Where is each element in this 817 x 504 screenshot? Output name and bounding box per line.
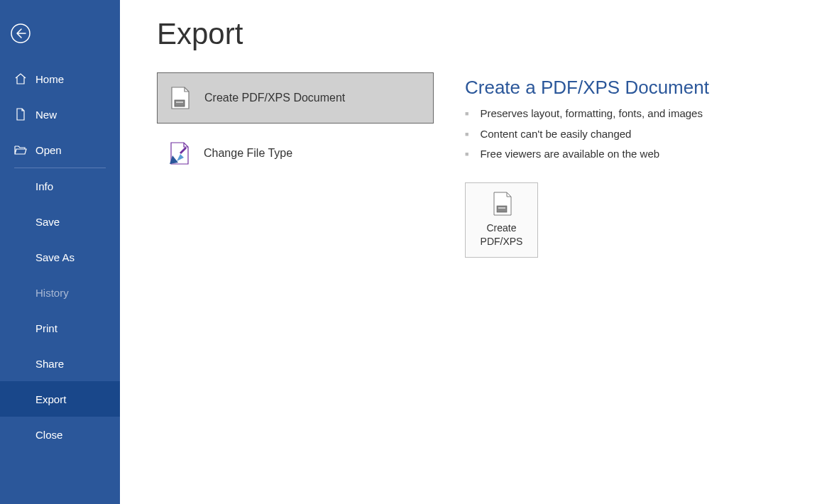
nav-history: History	[0, 275, 120, 310]
change-file-type-icon	[167, 141, 191, 165]
option-create-pdf-xps[interactable]: Create PDF/XPS Document	[157, 72, 434, 124]
nav-home-label: Home	[35, 73, 64, 85]
detail-bullets: Preserves layout, formatting, fonts, and…	[465, 106, 709, 163]
option-change-file-type[interactable]: Change File Type	[157, 128, 434, 179]
back-button[interactable]	[10, 23, 31, 44]
main-panel: Export Create PDF/XPS Document	[120, 0, 817, 504]
nav-home[interactable]: Home	[0, 61, 120, 97]
nav-info-label: Info	[35, 180, 53, 192]
create-pdf-xps-button[interactable]: Create PDF/XPS	[465, 182, 538, 258]
folder-open-icon	[14, 143, 27, 156]
create-pdf-xps-button-label1: Create	[486, 221, 516, 234]
nav-saveas-label: Save As	[35, 251, 75, 263]
nav-history-label: History	[35, 287, 69, 299]
nav-open[interactable]: Open	[0, 132, 120, 168]
option-change-file-type-label: Change File Type	[204, 147, 292, 160]
new-file-icon	[14, 108, 27, 121]
export-detail-column: Create a PDF/XPS Document Preserves layo…	[455, 17, 709, 504]
detail-bullet-2: Content can't be easily changed	[465, 126, 709, 143]
nav-save-label: Save	[35, 216, 60, 228]
nav-export-label: Export	[35, 393, 66, 405]
export-options-column: Export Create PDF/XPS Document	[157, 17, 455, 504]
nav-close[interactable]: Close	[0, 417, 120, 452]
detail-bullet-1: Preserves layout, formatting, fonts, and…	[465, 106, 709, 122]
nav-new[interactable]: New	[0, 97, 120, 132]
nav-share[interactable]: Share	[0, 346, 120, 381]
nav-open-label: Open	[35, 144, 62, 156]
svg-rect-1	[175, 100, 185, 106]
svg-rect-4	[498, 207, 505, 209]
page-title: Export	[157, 17, 455, 51]
backstage-sidebar: Home New Open Info Save Save As History …	[0, 0, 120, 504]
home-icon	[14, 72, 27, 85]
svg-rect-3	[497, 206, 507, 212]
detail-bullet-3: Free viewers are available on the web	[465, 146, 709, 163]
pdf-document-icon	[168, 86, 192, 110]
detail-title: Create a PDF/XPS Document	[465, 77, 709, 99]
create-pdf-xps-button-label2: PDF/XPS	[481, 235, 523, 248]
nav-print[interactable]: Print	[0, 310, 120, 346]
pdf-export-icon	[491, 192, 512, 216]
nav-close-label: Close	[35, 429, 62, 441]
nav-share-label: Share	[35, 358, 64, 370]
nav-save[interactable]: Save	[0, 204, 120, 239]
nav-new-label: New	[35, 109, 57, 121]
nav-info[interactable]: Info	[0, 168, 120, 204]
option-create-pdf-xps-label: Create PDF/XPS Document	[204, 92, 345, 104]
nav-print-label: Print	[35, 322, 57, 334]
back-arrow-icon	[10, 23, 31, 44]
svg-rect-2	[176, 102, 183, 103]
nav-saveas[interactable]: Save As	[0, 239, 120, 275]
nav-export[interactable]: Export	[0, 381, 120, 417]
